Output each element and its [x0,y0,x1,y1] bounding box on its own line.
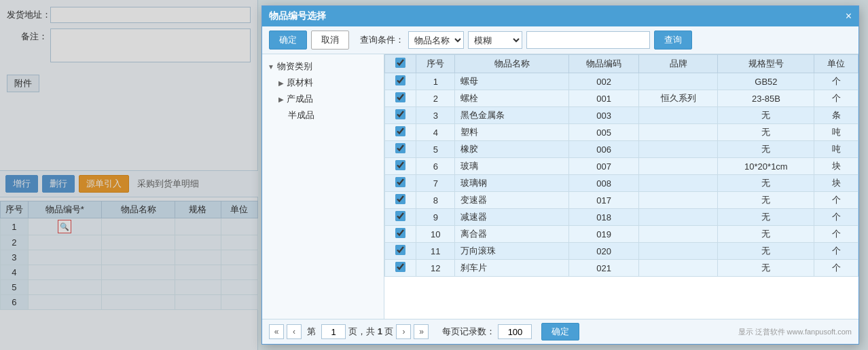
row-no: 11 [416,243,455,260]
tree-arrow-icon: ▶ [278,79,284,87]
row-checkbox-cell[interactable] [385,107,416,124]
row-code: 005 [569,124,639,141]
last-page-button[interactable]: » [414,324,429,339]
tree-root-item[interactable]: ▼ 物资类别 [266,58,380,75]
table-row: 4塑料005无吨 [385,124,858,141]
table-row: 8变速器017无个 [385,192,858,209]
query-button[interactable]: 查询 [654,31,692,50]
footer-confirm-button[interactable]: 确定 [541,323,579,341]
row-unit: 个 [814,90,858,107]
row-checkbox[interactable] [395,211,405,221]
row-checkbox[interactable] [395,262,405,272]
row-no: 10 [416,226,455,243]
row-checkbox[interactable] [395,160,405,170]
row-spec: 无 [718,226,814,243]
row-name: 塑料 [455,124,569,141]
modal-title: 物品编号选择 [269,10,326,22]
row-checkbox-cell[interactable] [385,226,416,243]
row-brand [639,243,718,260]
row-spec: 无 [718,107,814,124]
query-field-select[interactable]: 物品名称 物品编号 规格型号 [408,31,464,49]
table-row: 11万向滚珠020无个 [385,243,858,260]
row-checkbox-cell[interactable] [385,141,416,158]
row-name: 减速器 [455,209,569,226]
row-unit: 个 [814,192,858,209]
first-page-button[interactable]: « [269,324,284,339]
table-row: 2螺栓001恒久系列23-85B个 [385,90,858,107]
row-no: 4 [416,124,455,141]
row-checkbox-cell[interactable] [385,260,416,277]
row-checkbox-cell[interactable] [385,124,416,141]
row-checkbox-cell[interactable] [385,175,416,192]
row-checkbox-cell[interactable] [385,209,416,226]
header-name: 物品名称 [455,55,569,73]
row-checkbox[interactable] [395,177,405,187]
query-input[interactable] [526,31,650,49]
select-all-checkbox[interactable] [395,58,405,68]
tree-item-label: 半成品 [288,109,314,121]
row-checkbox[interactable] [395,245,405,255]
row-brand [639,158,718,175]
row-no: 7 [416,175,455,192]
row-brand [639,260,718,277]
modal-header: 物品编号选择 × [262,6,858,26]
header-checkbox-col [385,55,416,73]
row-name: 螺栓 [455,90,569,107]
row-checkbox[interactable] [395,143,405,153]
row-brand: 恒久系列 [639,90,718,107]
row-no: 12 [416,260,455,277]
next-page-button[interactable]: › [396,324,411,339]
page-number-input[interactable] [321,324,346,339]
tree-root-label: 物资类别 [277,60,312,73]
row-name: 玻璃 [455,158,569,175]
table-row: 10离合器019无个 [385,226,858,243]
row-checkbox-cell[interactable] [385,192,416,209]
header-spec: 规格型号 [718,55,814,73]
row-code: 019 [569,226,639,243]
row-unit: 吨 [814,141,858,158]
row-spec: 无 [718,243,814,260]
row-checkbox[interactable] [395,109,405,119]
row-no: 1 [416,73,455,90]
row-spec: 无 [718,124,814,141]
row-checkbox[interactable] [395,75,405,85]
row-spec: 无 [718,260,814,277]
row-checkbox[interactable] [395,194,405,204]
row-checkbox-cell[interactable] [385,243,416,260]
row-checkbox-cell[interactable] [385,73,416,90]
row-code: 018 [569,209,639,226]
row-name: 万向滚珠 [455,243,569,260]
row-name: 刹车片 [455,260,569,277]
row-name: 橡胶 [455,141,569,158]
header-unit: 单位 [814,55,858,73]
modal-confirm-button[interactable]: 确定 [269,31,307,50]
modal-cancel-button[interactable]: 取消 [311,31,349,50]
modal-close-button[interactable]: × [846,10,852,22]
prev-page-button[interactable]: ‹ [287,324,302,339]
row-unit: 块 [814,175,858,192]
tree-item-rawmaterial[interactable]: ▶ 原材料 [277,75,380,91]
records-per-page-label: 每页记录数： [442,326,495,338]
row-brand [639,73,718,90]
row-name: 螺母 [455,73,569,90]
row-checkbox-cell[interactable] [385,158,416,175]
row-checkbox[interactable] [395,126,405,136]
row-checkbox-cell[interactable] [385,90,416,107]
table-row: 12刹车片021无个 [385,260,858,277]
row-checkbox[interactable] [395,228,405,238]
tree-arrow-icon: ▶ [278,96,284,103]
table-row: 7玻璃钢008无块 [385,175,858,192]
records-count-input[interactable] [498,324,532,339]
tree-item-finished[interactable]: ▶ 产成品 [277,91,380,107]
row-unit: 个 [814,209,858,226]
tree-item-semi[interactable]: 半成品 [277,107,380,123]
header-no: 序号 [416,55,455,73]
row-unit: 个 [814,243,858,260]
modal-dialog: 物品编号选择 × 确定 取消 查询条件： 物品名称 物品编号 规格型号 模糊 精… [261,5,859,345]
row-spec: 无 [718,209,814,226]
data-table: 序号 物品名称 物品编码 品牌 规格型号 单位 1螺母002GB52个2螺栓00… [384,54,858,277]
page-label: 第 [307,326,316,338]
query-match-select[interactable]: 模糊 精确 [468,31,522,49]
row-checkbox[interactable] [395,92,405,102]
row-spec: 无 [718,192,814,209]
